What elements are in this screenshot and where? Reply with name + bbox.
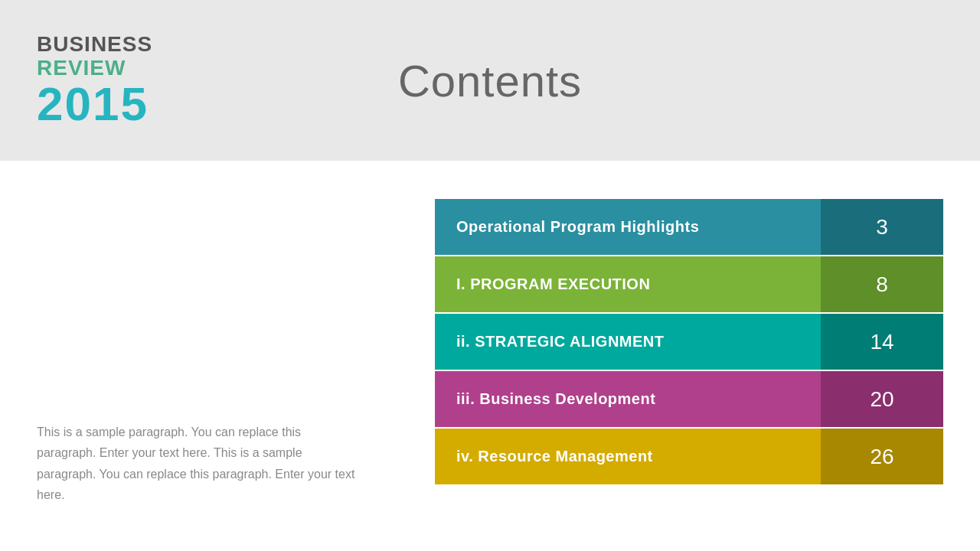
table-row: iv. Resource Management26 <box>435 429 943 484</box>
table-row: ii. STRATEGIC ALIGNMENT14 <box>435 314 943 370</box>
row-label-1: I. PROGRAM EXECUTION <box>435 256 821 312</box>
contents-table: Operational Program Highlights3I. PROGRA… <box>435 191 943 484</box>
main-content: This is a sample paragraph. You can repl… <box>0 161 980 551</box>
sample-paragraph: This is a sample paragraph. You can repl… <box>37 422 358 505</box>
row-label-3: iii. Business Development <box>435 371 821 427</box>
logo-block: BUSINESS REVIEW 2015 <box>37 33 152 128</box>
row-number-1: 8 <box>821 256 943 312</box>
row-number-4: 26 <box>821 429 943 484</box>
row-label-2: ii. STRATEGIC ALIGNMENT <box>435 314 821 370</box>
page-header: BUSINESS REVIEW 2015 Contents <box>0 0 980 161</box>
row-number-3: 20 <box>821 371 943 427</box>
page-title: Contents <box>398 55 582 106</box>
table-row: iii. Business Development20 <box>435 371 943 427</box>
row-label-0: Operational Program Highlights <box>435 199 821 255</box>
left-panel: This is a sample paragraph. You can repl… <box>37 191 435 520</box>
row-label-4: iv. Resource Management <box>435 429 821 484</box>
table-row: Operational Program Highlights3 <box>435 199 943 255</box>
logo-business: BUSINESS <box>37 33 152 57</box>
logo-year: 2015 <box>37 80 152 128</box>
row-number-2: 14 <box>821 314 943 370</box>
row-number-0: 3 <box>821 199 943 255</box>
table-row: I. PROGRAM EXECUTION8 <box>435 256 943 312</box>
